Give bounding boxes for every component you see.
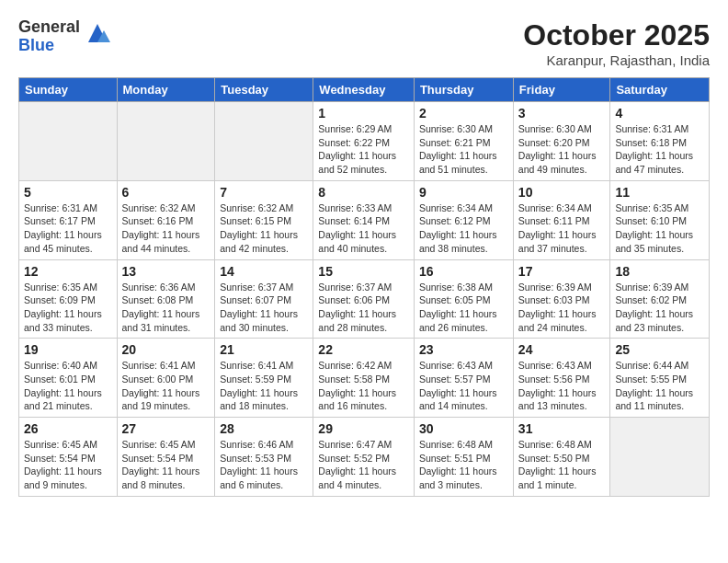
day-info: Sunrise: 6:43 AM Sunset: 5:57 PM Dayligh… bbox=[419, 359, 508, 413]
header-friday: Friday bbox=[513, 78, 610, 102]
day-number: 24 bbox=[518, 342, 606, 357]
day-number: 25 bbox=[615, 342, 704, 357]
day-info: Sunrise: 6:35 AM Sunset: 6:09 PM Dayligh… bbox=[24, 281, 112, 335]
table-row: 22Sunrise: 6:42 AM Sunset: 5:58 PM Dayli… bbox=[313, 339, 415, 418]
day-info: Sunrise: 6:37 AM Sunset: 6:06 PM Dayligh… bbox=[318, 281, 409, 335]
day-info: Sunrise: 6:41 AM Sunset: 5:59 PM Dayligh… bbox=[220, 359, 308, 413]
day-info: Sunrise: 6:31 AM Sunset: 6:17 PM Dayligh… bbox=[24, 201, 112, 256]
day-number: 11 bbox=[615, 185, 704, 200]
day-info: Sunrise: 6:35 AM Sunset: 6:10 PM Dayligh… bbox=[615, 201, 704, 256]
table-row: 30Sunrise: 6:48 AM Sunset: 5:51 PM Dayli… bbox=[414, 418, 513, 497]
logo-blue: Blue bbox=[18, 37, 80, 55]
table-row: 18Sunrise: 6:39 AM Sunset: 6:02 PM Dayli… bbox=[610, 259, 710, 339]
day-number: 31 bbox=[518, 421, 606, 436]
table-row: 13Sunrise: 6:36 AM Sunset: 6:08 PM Dayli… bbox=[117, 259, 215, 339]
table-row: 6Sunrise: 6:32 AM Sunset: 6:16 PM Daylig… bbox=[117, 180, 215, 259]
day-info: Sunrise: 6:30 AM Sunset: 6:21 PM Dayligh… bbox=[419, 122, 508, 177]
day-number: 5 bbox=[24, 185, 112, 200]
table-row: 16Sunrise: 6:38 AM Sunset: 6:05 PM Dayli… bbox=[414, 259, 513, 339]
table-row: 17Sunrise: 6:39 AM Sunset: 6:03 PM Dayli… bbox=[513, 259, 610, 339]
day-info: Sunrise: 6:42 AM Sunset: 5:58 PM Dayligh… bbox=[318, 359, 409, 413]
table-row bbox=[610, 418, 710, 497]
day-info: Sunrise: 6:40 AM Sunset: 6:01 PM Dayligh… bbox=[24, 359, 112, 413]
day-info: Sunrise: 6:43 AM Sunset: 5:56 PM Dayligh… bbox=[518, 359, 606, 413]
day-number: 18 bbox=[615, 264, 704, 279]
table-row: 2Sunrise: 6:30 AM Sunset: 6:21 PM Daylig… bbox=[414, 102, 513, 181]
table-row: 27Sunrise: 6:45 AM Sunset: 5:54 PM Dayli… bbox=[117, 418, 215, 497]
calendar-week-4: 19Sunrise: 6:40 AM Sunset: 6:01 PM Dayli… bbox=[19, 339, 710, 418]
calendar-week-2: 5Sunrise: 6:31 AM Sunset: 6:17 PM Daylig… bbox=[19, 180, 710, 259]
day-info: Sunrise: 6:41 AM Sunset: 6:00 PM Dayligh… bbox=[122, 359, 210, 413]
day-number: 8 bbox=[318, 185, 409, 200]
title-block: October 2025 Karanpur, Rajasthan, India bbox=[523, 18, 710, 68]
day-info: Sunrise: 6:33 AM Sunset: 6:14 PM Dayligh… bbox=[318, 201, 409, 256]
day-info: Sunrise: 6:37 AM Sunset: 6:07 PM Dayligh… bbox=[220, 281, 308, 335]
day-info: Sunrise: 6:47 AM Sunset: 5:52 PM Dayligh… bbox=[318, 438, 409, 492]
day-info: Sunrise: 6:30 AM Sunset: 6:20 PM Dayligh… bbox=[518, 122, 606, 177]
table-row: 4Sunrise: 6:31 AM Sunset: 6:18 PM Daylig… bbox=[610, 102, 710, 181]
day-info: Sunrise: 6:48 AM Sunset: 5:51 PM Dayligh… bbox=[419, 438, 508, 492]
logo: General Blue bbox=[18, 18, 111, 55]
day-info: Sunrise: 6:39 AM Sunset: 6:02 PM Dayligh… bbox=[615, 281, 704, 335]
header-monday: Monday bbox=[117, 78, 215, 102]
day-info: Sunrise: 6:48 AM Sunset: 5:50 PM Dayligh… bbox=[518, 438, 606, 492]
day-info: Sunrise: 6:46 AM Sunset: 5:53 PM Dayligh… bbox=[220, 438, 308, 492]
table-row bbox=[19, 102, 118, 181]
day-number: 21 bbox=[220, 342, 308, 357]
day-info: Sunrise: 6:31 AM Sunset: 6:18 PM Dayligh… bbox=[615, 122, 704, 177]
day-number: 3 bbox=[518, 106, 606, 121]
table-row: 21Sunrise: 6:41 AM Sunset: 5:59 PM Dayli… bbox=[215, 339, 313, 418]
day-number: 7 bbox=[220, 185, 308, 200]
day-number: 27 bbox=[122, 421, 210, 436]
location: Karanpur, Rajasthan, India bbox=[523, 52, 710, 68]
table-row bbox=[215, 102, 313, 181]
day-number: 16 bbox=[419, 264, 508, 279]
table-row: 14Sunrise: 6:37 AM Sunset: 6:07 PM Dayli… bbox=[215, 259, 313, 339]
table-row: 23Sunrise: 6:43 AM Sunset: 5:57 PM Dayli… bbox=[414, 339, 513, 418]
day-number: 23 bbox=[419, 342, 508, 357]
day-number: 9 bbox=[419, 185, 508, 200]
calendar-table: Sunday Monday Tuesday Wednesday Thursday… bbox=[18, 77, 710, 497]
day-number: 15 bbox=[318, 264, 409, 279]
table-row: 5Sunrise: 6:31 AM Sunset: 6:17 PM Daylig… bbox=[19, 180, 118, 259]
table-row: 28Sunrise: 6:46 AM Sunset: 5:53 PM Dayli… bbox=[215, 418, 313, 497]
table-row bbox=[117, 102, 215, 181]
page: General Blue October 2025 Karanpur, Raja… bbox=[0, 0, 728, 563]
header: General Blue October 2025 Karanpur, Raja… bbox=[18, 18, 710, 68]
table-row: 31Sunrise: 6:48 AM Sunset: 5:50 PM Dayli… bbox=[513, 418, 610, 497]
table-row: 8Sunrise: 6:33 AM Sunset: 6:14 PM Daylig… bbox=[313, 180, 415, 259]
header-thursday: Thursday bbox=[414, 78, 513, 102]
logo-text: General Blue bbox=[18, 18, 80, 55]
calendar-week-3: 12Sunrise: 6:35 AM Sunset: 6:09 PM Dayli… bbox=[19, 259, 710, 339]
day-number: 20 bbox=[122, 342, 210, 357]
day-info: Sunrise: 6:34 AM Sunset: 6:11 PM Dayligh… bbox=[518, 201, 606, 256]
day-number: 19 bbox=[24, 342, 112, 357]
day-number: 17 bbox=[518, 264, 606, 279]
table-row: 9Sunrise: 6:34 AM Sunset: 6:12 PM Daylig… bbox=[414, 180, 513, 259]
logo-general: General bbox=[18, 18, 80, 37]
table-row: 15Sunrise: 6:37 AM Sunset: 6:06 PM Dayli… bbox=[313, 259, 415, 339]
day-number: 4 bbox=[615, 106, 704, 121]
header-sunday: Sunday bbox=[19, 78, 118, 102]
calendar-header-row: Sunday Monday Tuesday Wednesday Thursday… bbox=[19, 78, 710, 102]
table-row: 20Sunrise: 6:41 AM Sunset: 6:00 PM Dayli… bbox=[117, 339, 215, 418]
day-info: Sunrise: 6:32 AM Sunset: 6:16 PM Dayligh… bbox=[122, 201, 210, 256]
day-number: 22 bbox=[318, 342, 409, 357]
day-number: 26 bbox=[24, 421, 112, 436]
table-row: 29Sunrise: 6:47 AM Sunset: 5:52 PM Dayli… bbox=[313, 418, 415, 497]
day-info: Sunrise: 6:29 AM Sunset: 6:22 PM Dayligh… bbox=[318, 122, 409, 177]
day-info: Sunrise: 6:38 AM Sunset: 6:05 PM Dayligh… bbox=[419, 281, 508, 335]
day-info: Sunrise: 6:39 AM Sunset: 6:03 PM Dayligh… bbox=[518, 281, 606, 335]
logo-icon bbox=[84, 19, 111, 47]
calendar-week-5: 26Sunrise: 6:45 AM Sunset: 5:54 PM Dayli… bbox=[19, 418, 710, 497]
table-row: 1Sunrise: 6:29 AM Sunset: 6:22 PM Daylig… bbox=[313, 102, 415, 181]
day-info: Sunrise: 6:32 AM Sunset: 6:15 PM Dayligh… bbox=[220, 201, 308, 256]
calendar-week-1: 1Sunrise: 6:29 AM Sunset: 6:22 PM Daylig… bbox=[19, 102, 710, 181]
day-number: 30 bbox=[419, 421, 508, 436]
table-row: 26Sunrise: 6:45 AM Sunset: 5:54 PM Dayli… bbox=[19, 418, 118, 497]
day-number: 14 bbox=[220, 264, 308, 279]
table-row: 10Sunrise: 6:34 AM Sunset: 6:11 PM Dayli… bbox=[513, 180, 610, 259]
day-number: 1 bbox=[318, 106, 409, 121]
table-row: 7Sunrise: 6:32 AM Sunset: 6:15 PM Daylig… bbox=[215, 180, 313, 259]
day-info: Sunrise: 6:44 AM Sunset: 5:55 PM Dayligh… bbox=[615, 359, 704, 413]
